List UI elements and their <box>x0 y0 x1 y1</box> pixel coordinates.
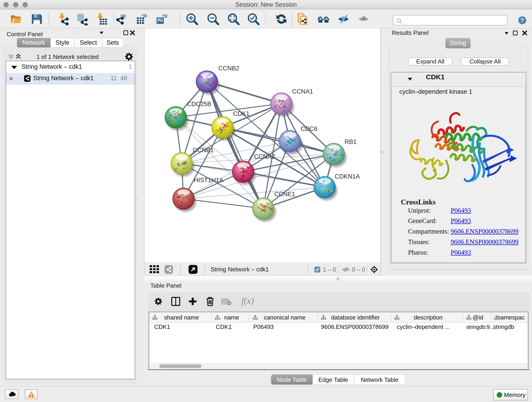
svg-text:CDC25B: CDC25B <box>187 101 211 108</box>
svg-text:CDKN1A: CDKN1A <box>335 173 360 180</box>
svg-text:CDC6: CDC6 <box>301 125 317 132</box>
svg-text:CCNA2: CCNA2 <box>254 153 275 160</box>
svg-text:?: ? <box>520 17 524 23</box>
svg-text:CCNA1: CCNA1 <box>292 88 313 95</box>
svg-text:CCNB1: CCNB1 <box>193 147 214 153</box>
svg-text:HIST1H1A: HIST1H1A <box>194 177 223 184</box>
svg-text:RB1: RB1 <box>345 138 357 145</box>
svg-text:CCNB2: CCNB2 <box>218 65 239 72</box>
svg-text:CCNE1: CCNE1 <box>274 191 295 198</box>
svg-text:CDK1: CDK1 <box>233 110 249 117</box>
